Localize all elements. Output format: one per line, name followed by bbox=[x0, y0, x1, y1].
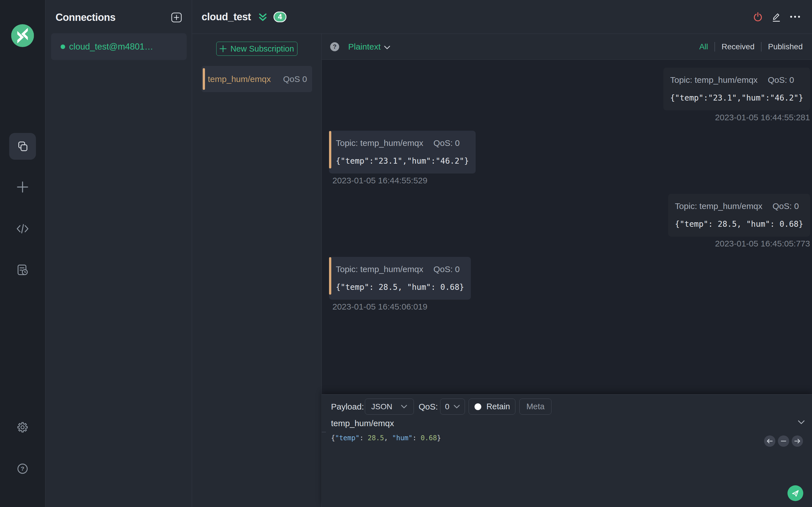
editor-divider bbox=[322, 432, 326, 432]
send-plane-icon bbox=[791, 489, 800, 497]
new-subscription-button[interactable]: New Subscription bbox=[216, 42, 297, 56]
filter-separator bbox=[714, 42, 715, 52]
content-row: New Subscription temp_hum/emqx QoS 0 ? P… bbox=[192, 34, 812, 507]
minus-icon bbox=[780, 438, 787, 444]
editor-token: { bbox=[331, 434, 335, 442]
plus-icon bbox=[16, 180, 29, 193]
message-color-bar bbox=[329, 257, 331, 295]
connection-list-item[interactable]: cloud_test@m4801… bbox=[51, 33, 187, 60]
payload-format-dropdown[interactable]: JSON bbox=[365, 399, 414, 414]
qos-label: QoS: bbox=[419, 402, 438, 411]
more-actions-button[interactable] bbox=[790, 11, 800, 22]
publish-controls: Payload: JSON QoS: 0 bbox=[331, 399, 812, 414]
sidebar-item-settings[interactable] bbox=[17, 421, 28, 433]
message-timestamp: 2023-01-05 16:45:05:773 bbox=[715, 239, 810, 248]
gear-icon bbox=[17, 421, 28, 433]
arrow-left-icon bbox=[766, 438, 773, 444]
sidebar-item-log[interactable] bbox=[17, 264, 29, 276]
connections-title: Connections bbox=[56, 11, 116, 23]
payload-label: Payload: bbox=[331, 402, 364, 411]
filter-published[interactable]: Published bbox=[768, 42, 803, 51]
message-topic-line: Topic: temp_hum/emqx QoS: 0 bbox=[670, 74, 803, 86]
message-color-bar bbox=[329, 131, 331, 168]
editor-token: 0.68 bbox=[421, 434, 437, 442]
message-topic-line: Topic: temp_hum/emqx QoS: 0 bbox=[675, 201, 803, 212]
history-nav bbox=[764, 436, 803, 447]
editor-token: } bbox=[437, 434, 441, 442]
connections-panel-header: Connections bbox=[45, 0, 192, 33]
subscriptions-panel: New Subscription temp_hum/emqx QoS 0 bbox=[192, 34, 322, 507]
mqttx-logo-icon bbox=[11, 24, 34, 47]
messages-toolbar: ? Plaintext All Received Published bbox=[322, 34, 812, 60]
message-payload: {"temp": 28.5, "hum": 0.68} bbox=[675, 219, 803, 230]
new-connection-button[interactable] bbox=[171, 12, 182, 22]
question-circle-icon: ? bbox=[17, 463, 28, 474]
payload-editor[interactable]: {"temp": 28.5, "hum": 0.68} bbox=[331, 433, 812, 443]
connection-name: cloud_test@m4801… bbox=[69, 42, 153, 52]
sidebar-item-new-connection[interactable] bbox=[16, 180, 29, 193]
sidebar-item-connections[interactable] bbox=[9, 133, 36, 160]
message-topic-line: Topic: temp_hum/emqx QoS: 0 bbox=[336, 137, 469, 149]
editor-token: : bbox=[412, 434, 421, 442]
message-bubble[interactable]: Topic: temp_hum/emqx QoS: 0 {"temp":"23.… bbox=[329, 131, 476, 173]
connection-title: cloud_test bbox=[202, 11, 251, 23]
disconnect-button[interactable] bbox=[753, 11, 763, 22]
qos-value: 0 bbox=[445, 402, 449, 411]
message-received: Topic: temp_hum/emqx QoS: 0 {"temp": 28.… bbox=[329, 257, 471, 312]
filter-all[interactable]: All bbox=[699, 42, 708, 51]
message-published: Topic: temp_hum/emqx QoS: 0 {"temp": 28.… bbox=[668, 194, 810, 248]
connection-header: cloud_test 4 bbox=[192, 0, 812, 34]
message-topic: Topic: temp_hum/emqx bbox=[336, 264, 423, 275]
message-bubble[interactable]: Topic: temp_hum/emqx QoS: 0 {"temp": 28.… bbox=[329, 257, 471, 300]
history-back-button[interactable] bbox=[764, 436, 775, 447]
arrow-right-icon bbox=[794, 438, 801, 444]
messages-panel: ? Plaintext All Received Published bbox=[322, 34, 812, 507]
message-payload: {"temp":"23.1","hum":"46.2"} bbox=[670, 93, 803, 104]
filter-received[interactable]: Received bbox=[721, 42, 755, 51]
message-bubble[interactable]: Topic: temp_hum/emqx QoS: 0 {"temp":"23.… bbox=[663, 68, 810, 110]
overlapping-squares-icon bbox=[17, 140, 29, 152]
retain-toggle[interactable]: Retain bbox=[469, 399, 515, 414]
meta-button[interactable]: Meta bbox=[519, 399, 552, 414]
message-timestamp: 2023-01-05 16:45:06:019 bbox=[329, 302, 471, 312]
message-topic: Topic: temp_hum/emqx bbox=[670, 74, 758, 86]
qos-dropdown[interactable]: 0 bbox=[440, 399, 465, 414]
retain-label: Retain bbox=[486, 402, 510, 411]
editor-token: 28.5 bbox=[368, 434, 384, 442]
editor-token: "temp" bbox=[335, 434, 359, 442]
plus-icon bbox=[219, 45, 227, 52]
retain-radio-icon bbox=[474, 403, 481, 410]
edit-connection-button[interactable] bbox=[771, 11, 781, 22]
sidebar-item-script[interactable] bbox=[16, 223, 29, 235]
message-published: Topic: temp_hum/emqx QoS: 0 {"temp":"23.… bbox=[663, 68, 810, 122]
subscription-item[interactable]: temp_hum/emqx QoS 0 bbox=[202, 66, 312, 92]
document-clock-icon bbox=[17, 264, 29, 276]
chevron-down-icon[interactable] bbox=[384, 45, 391, 50]
payload-format-value: JSON bbox=[371, 402, 393, 411]
svg-text:?: ? bbox=[21, 465, 24, 472]
send-button[interactable] bbox=[788, 485, 803, 501]
publish-topic-input[interactable]: temp_hum/emqx bbox=[331, 418, 812, 428]
sidebar-item-help[interactable]: ? bbox=[17, 463, 28, 474]
message-bubble[interactable]: Topic: temp_hum/emqx QoS: 0 {"temp": 28.… bbox=[668, 194, 810, 237]
message-topic: Topic: temp_hum/emqx bbox=[675, 201, 762, 212]
filter-separator bbox=[761, 42, 762, 52]
message-qos: QoS: 0 bbox=[434, 264, 460, 275]
payload-format-select[interactable]: Plaintext bbox=[348, 42, 380, 52]
publish-panel: Payload: JSON QoS: 0 bbox=[322, 394, 812, 507]
payload-help-icon[interactable]: ? bbox=[330, 42, 339, 51]
double-chevron-down-icon[interactable] bbox=[258, 13, 267, 22]
chevron-down-icon bbox=[453, 404, 460, 409]
message-topic: Topic: temp_hum/emqx bbox=[336, 137, 423, 149]
message-received: Topic: temp_hum/emqx QoS: 0 {"temp":"23.… bbox=[329, 131, 476, 185]
history-forward-button[interactable] bbox=[792, 436, 803, 447]
message-qos: QoS: 0 bbox=[772, 201, 799, 212]
message-topic-line: Topic: temp_hum/emqx QoS: 0 bbox=[336, 264, 464, 275]
pencil-underline-icon bbox=[771, 11, 781, 23]
subscription-color-bar bbox=[203, 68, 205, 90]
editor-token: "hum" bbox=[392, 434, 412, 442]
clear-history-button[interactable] bbox=[778, 436, 789, 447]
icon-sidebar: ? bbox=[0, 0, 45, 507]
collapse-editor-icon[interactable] bbox=[797, 420, 805, 425]
connections-panel: Connections cloud_test@m4801… bbox=[45, 0, 192, 507]
